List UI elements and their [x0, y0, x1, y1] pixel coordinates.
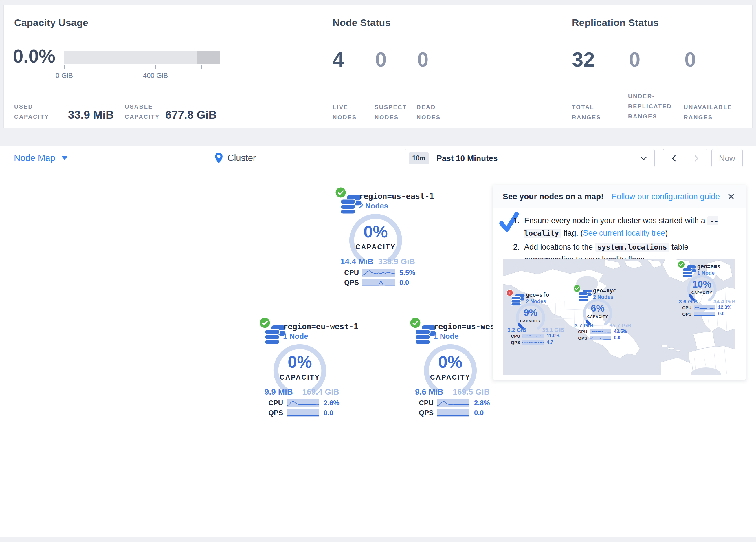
config-step-1: 1. Ensure every node in your cluster was…: [513, 214, 727, 239]
total-ranges-count: 32: [572, 48, 595, 71]
suspect-nodes-label: SUSPECT NODES: [375, 102, 412, 122]
capacity-percent: 10%: [687, 279, 717, 290]
used-value: 9.9 MiB: [265, 387, 293, 397]
cpu-value: 2.6%: [324, 399, 340, 407]
used-value: 3.6 GiB: [679, 299, 698, 305]
under-replicated-count: 0: [629, 48, 641, 71]
replication-status-title: Replication Status: [572, 17, 659, 28]
cpu-sparkline: [590, 329, 611, 334]
node-map-page: Capacity Usage 0.0% 0 GiB 400 GiB USED C…: [0, 0, 756, 542]
unavailable-ranges-label: UNAVAILABLE RANGES: [684, 102, 744, 122]
node-status-title: Node Status: [333, 17, 391, 28]
node-count-link[interactable]: 1 Node: [434, 332, 459, 341]
qps-sparkline: [362, 279, 395, 287]
example-node-map: 1 geo=sfo 2 Nodes 9% CAPACITY: [503, 259, 735, 375]
qps-value: 0.0: [718, 311, 724, 317]
region-node-group: region=eu-west-1 1 Node 0% CAPACITY 9.9 …: [252, 316, 350, 416]
qps-value: 0.0: [614, 335, 620, 341]
qps-sparkline: [694, 312, 715, 316]
breadcrumb-label: Cluster: [227, 153, 256, 163]
axis-tick: [64, 65, 65, 69]
used-value: 3.2 GiB: [507, 327, 526, 333]
capacity-label: CAPACITY: [583, 315, 613, 319]
usable-capacity-value: 677.8 GiB: [165, 109, 217, 121]
live-nodes-label: LIVE NODES: [333, 102, 364, 122]
cpu-label: CPU: [259, 399, 287, 407]
qps-value: 0.0: [399, 279, 409, 287]
now-button[interactable]: Now: [711, 149, 743, 167]
cpu-sparkline: [522, 334, 544, 338]
chevron-left-icon: [670, 154, 678, 163]
cpu-sparkline: [694, 305, 715, 310]
capacity-usage-title: Capacity Usage: [14, 17, 88, 28]
chevron-down-icon: [640, 155, 647, 162]
cpu-value: 2.8%: [474, 399, 490, 407]
cpu-value: 42.5%: [614, 329, 627, 334]
time-range-badge: 10m: [409, 152, 429, 164]
view-mode-label: Node Map: [14, 153, 55, 163]
qps-value: 0.0: [324, 409, 333, 417]
time-forward-button[interactable]: [685, 149, 707, 167]
qps-label: QPS: [409, 409, 437, 417]
time-range-select[interactable]: 10m Past 10 Minutes: [405, 149, 655, 167]
qps-sparkline: [437, 409, 469, 417]
axis-tick: [155, 65, 156, 69]
axis-tick-label: 0 GiB: [56, 71, 73, 80]
node-count-link[interactable]: 1 Node: [283, 332, 308, 341]
configuration-guide-link[interactable]: Follow our configuration guide: [612, 192, 720, 201]
geo-node-group: 1 geo=sfo 2 Nodes 9% CAPACITY: [506, 288, 567, 346]
usable-value: 35.1 GiB: [542, 327, 564, 333]
dead-nodes-label: DEAD NODES: [416, 102, 448, 122]
suspect-nodes-count: 0: [375, 48, 387, 71]
cluster-summary-bar: Capacity Usage 0.0% 0 GiB 400 GiB USED C…: [3, 5, 753, 128]
cpu-label: CPU: [678, 305, 694, 310]
qps-sparkline: [590, 336, 611, 340]
cpu-label: CPU: [573, 329, 590, 334]
under-replicated-label: UNDER-REPLICATED RANGES: [628, 91, 683, 122]
usable-value: 34.4 GiB: [713, 299, 735, 305]
capacity-label: CAPACITY: [423, 374, 478, 381]
capacity-label: CAPACITY: [687, 291, 717, 295]
cpu-sparkline: [287, 399, 319, 407]
capacity-label: CAPACITY: [348, 243, 403, 251]
nodes-icon: [414, 326, 436, 345]
qps-sparkline: [522, 340, 544, 345]
view-mode-dropdown[interactable]: Node Map: [14, 146, 67, 170]
dead-nodes-count: 0: [417, 48, 429, 71]
map-toolbar: Node Map Cluster 10m Past 10 Minutes: [0, 146, 756, 170]
close-icon[interactable]: [726, 192, 736, 201]
chevron-down-icon: [62, 156, 67, 160]
qps-label: QPS: [573, 336, 590, 341]
capacity-percent: 6%: [583, 303, 613, 314]
usable-value: 338.9 GiB: [378, 257, 415, 266]
axis-tick-label: 400 GiB: [143, 71, 168, 80]
cpu-label: CPU: [335, 269, 362, 277]
cpu-value: 11.0%: [547, 333, 559, 339]
qps-label: QPS: [506, 340, 522, 345]
used-capacity-value: 33.9 MiB: [68, 109, 114, 121]
nodes-icon: [340, 195, 362, 214]
cpu-sparkline: [437, 399, 469, 407]
node-count-link[interactable]: 2 Nodes: [359, 201, 388, 210]
capacity-percent: 9%: [515, 307, 546, 318]
time-back-button[interactable]: [663, 149, 685, 167]
usable-value: 65.7 GiB: [609, 323, 631, 329]
qps-label: QPS: [259, 409, 287, 417]
capacity-usage-bar: [64, 51, 220, 64]
usable-value: 169.5 GiB: [453, 387, 490, 397]
used-value: 9.6 MiB: [415, 387, 443, 397]
used-capacity-label: USED CAPACITY: [14, 102, 60, 122]
qps-label: QPS: [678, 312, 694, 317]
qps-value: 4.7: [547, 340, 553, 345]
time-pager: [663, 149, 707, 167]
used-value: 14.4 MiB: [340, 257, 373, 266]
popup-header: See your nodes on a map! Follow our conf…: [493, 185, 746, 208]
locality-tree-link[interactable]: See current locality tree: [583, 229, 665, 237]
breadcrumb[interactable]: Cluster: [215, 146, 256, 170]
cpu-sparkline: [362, 269, 395, 277]
geo-label: geo=sfo: [526, 292, 549, 298]
qps-sparkline: [287, 409, 319, 417]
cpu-value: 12.3%: [718, 305, 731, 310]
capacity-bar-reserved-segment: [197, 51, 220, 64]
region-label: region=us-east-1: [359, 192, 434, 201]
